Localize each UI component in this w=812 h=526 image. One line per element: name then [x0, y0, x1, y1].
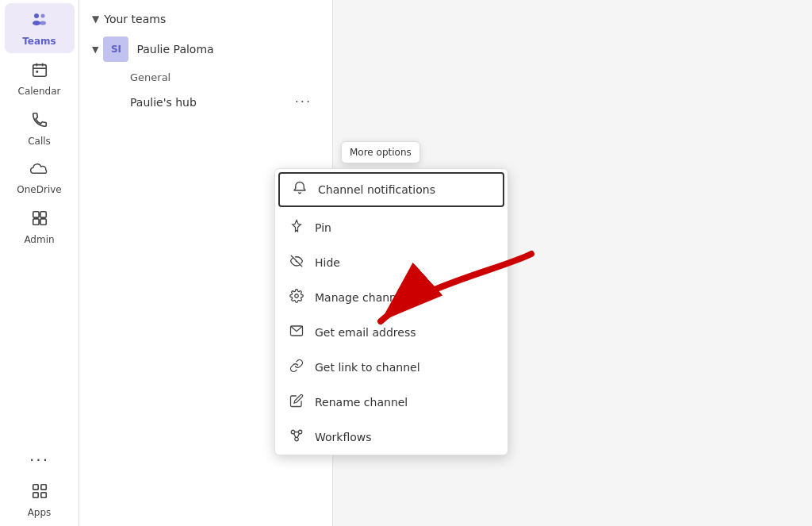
svg-rect-11 [33, 219, 38, 225]
your-teams-header: ▼ Your teams [79, 10, 332, 32]
hide-icon [288, 254, 305, 271]
team-row[interactable]: ▼ SI Paulie Paloma [86, 32, 326, 67]
svg-rect-12 [40, 219, 45, 225]
sidebar-calendar-label: Calendar [18, 86, 61, 97]
svg-point-2 [33, 21, 40, 25]
svg-line-24 [297, 433, 299, 437]
onedrive-icon [30, 161, 49, 181]
svg-point-0 [34, 13, 39, 18]
svg-point-3 [40, 21, 46, 25]
your-teams-label: Your teams [104, 13, 166, 25]
sidebar-item-onedrive[interactable]: OneDrive [5, 155, 75, 202]
sidebar-item-calls[interactable]: Calls [5, 105, 75, 153]
team-item: ▼ SI Paulie Paloma General Paulie's hub … [79, 32, 332, 116]
teams-icon [30, 10, 49, 33]
sidebar: Teams Calendar Calls OneDrive [0, 0, 79, 526]
sidebar-item-admin[interactable]: Admin [5, 203, 75, 251]
svg-line-23 [294, 433, 296, 437]
pencil-icon [288, 394, 305, 411]
pin-icon [288, 219, 305, 236]
apps-icon [31, 482, 48, 504]
team-name: Paulie Paloma [136, 43, 213, 56]
menu-item-manage-channel[interactable]: Manage channel [275, 280, 508, 315]
sidebar-calls-label: Calls [28, 136, 51, 147]
workflows-icon [288, 428, 305, 446]
sidebar-apps-label: Apps [28, 507, 52, 518]
svg-point-21 [295, 437, 299, 441]
context-menu: Channel notifications Pin Hide [274, 168, 508, 455]
link-icon [288, 359, 305, 376]
email-icon [288, 324, 305, 341]
bell-icon [291, 181, 308, 198]
more-sidebar-options[interactable]: ··· [29, 451, 49, 470]
svg-rect-14 [40, 485, 45, 490]
sidebar-item-teams[interactable]: Teams [5, 3, 75, 53]
sidebar-admin-label: Admin [24, 234, 54, 245]
svg-rect-4 [33, 65, 46, 77]
calendar-icon [31, 61, 48, 83]
menu-item-pin[interactable]: Pin [275, 210, 508, 245]
sidebar-onedrive-label: OneDrive [17, 184, 61, 195]
teams-chevron: ▼ [92, 13, 99, 25]
svg-rect-10 [40, 212, 45, 217]
calls-icon [31, 111, 48, 132]
menu-item-workflows[interactable]: Workflows [275, 420, 508, 455]
paulies-hub-name: Paulie's hub [130, 96, 290, 109]
svg-rect-15 [33, 493, 37, 497]
main-area: ▼ Your teams ▼ SI Paulie Paloma General … [79, 0, 812, 526]
svg-point-19 [291, 430, 295, 434]
channel-more-options-btn[interactable]: ··· [290, 93, 316, 111]
admin-icon [31, 209, 48, 231]
svg-rect-16 [40, 493, 45, 497]
svg-rect-9 [33, 212, 38, 217]
sidebar-item-apps[interactable]: Apps [5, 476, 75, 524]
svg-point-17 [295, 294, 299, 298]
svg-point-20 [298, 430, 302, 434]
svg-point-1 [40, 14, 44, 18]
menu-item-get-email[interactable]: Get email address [275, 315, 508, 350]
sidebar-teams-label: Teams [22, 36, 56, 47]
channel-paulies-hub[interactable]: Paulie's hub ··· [86, 88, 326, 116]
menu-item-rename[interactable]: Rename channel [275, 385, 508, 420]
svg-rect-13 [33, 485, 37, 490]
team-expand-chevron: ▼ [92, 44, 98, 55]
sidebar-item-calendar[interactable]: Calendar [5, 55, 75, 103]
gear-icon [288, 289, 305, 306]
menu-item-get-link[interactable]: Get link to channel [275, 350, 508, 385]
channel-general[interactable]: General [86, 67, 326, 88]
menu-item-channel-notifications[interactable]: Channel notifications [278, 172, 504, 207]
more-options-tooltip: More options [341, 141, 420, 163]
menu-item-hide[interactable]: Hide [275, 245, 508, 280]
svg-rect-8 [36, 71, 38, 73]
team-avatar: SI [103, 36, 128, 62]
